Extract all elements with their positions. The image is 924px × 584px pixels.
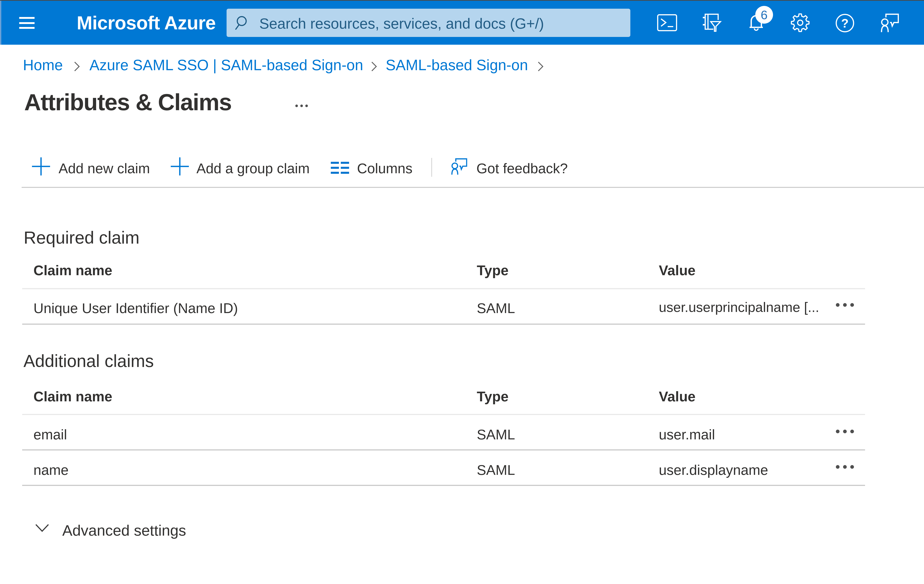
svg-text:6: 6 [761,8,767,22]
svg-text:?: ? [841,16,849,30]
